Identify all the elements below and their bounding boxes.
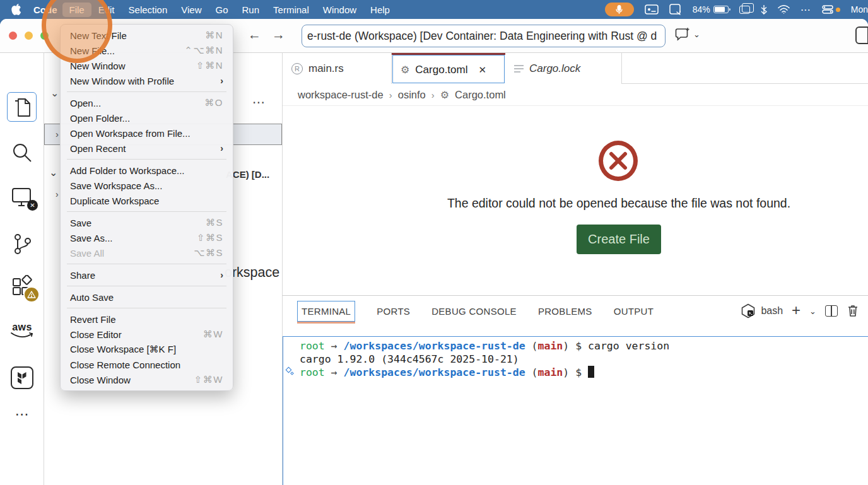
kill-terminal-trash-icon[interactable] — [847, 304, 859, 318]
menubar-app-name[interactable]: Code — [26, 3, 62, 17]
menu-item-auto-save[interactable]: Auto Save — [61, 289, 233, 305]
menu-item-close-workspace[interactable]: Close Workspace [⌘K F] — [61, 342, 233, 357]
tab-debug-console[interactable]: DEBUG CONSOLE — [431, 306, 517, 317]
customize-layout-icon[interactable] — [855, 26, 868, 44]
bash-shell-icon — [741, 303, 756, 318]
tab-problems[interactable]: PROBLEMS — [538, 306, 592, 317]
navigate-forward-button[interactable]: → — [272, 27, 285, 42]
battery-status[interactable]: 84% — [693, 4, 729, 15]
screen-edit-icon[interactable] — [669, 4, 682, 15]
explorer-icon — [11, 97, 33, 120]
menu-item-open-recent[interactable]: Open Recent› — [61, 141, 233, 156]
tab-terminal[interactable]: TERMINAL — [297, 301, 355, 322]
menubar-item-help[interactable]: Help — [363, 3, 397, 17]
maximize-window-button[interactable] — [40, 32, 49, 40]
menu-item-close-window[interactable]: Close Window⇧⌘W — [61, 372, 233, 387]
submenu-arrow-icon: › — [220, 76, 223, 86]
menu-item-duplicate-workspace[interactable]: Duplicate Workspace — [61, 193, 233, 208]
menu-item-new-file[interactable]: New File...⌃⌥⌘N — [61, 43, 233, 58]
menubar-item-terminal[interactable]: Terminal — [266, 3, 316, 17]
rust-file-icon: R — [291, 63, 303, 74]
breadcrumb-item-workspace[interactable]: workspace-rust-de — [298, 89, 384, 101]
tab-output[interactable]: OUTPUT — [614, 306, 654, 317]
sidebar-item-remote-explorer[interactable]: ✕ — [0, 187, 44, 208]
tab-ports[interactable]: PORTS — [377, 306, 410, 317]
panel-header: TERMINAL PORTS DEBUG CONSOLE PROBLEMS OU… — [283, 296, 868, 326]
tab-main-rs[interactable]: R main.rs — [283, 53, 392, 84]
wifi-icon[interactable] — [778, 5, 790, 14]
error-circle-icon — [599, 141, 638, 181]
menubar-item-selection[interactable]: Selection — [122, 3, 175, 17]
sidebar-item-aws[interactable]: aws — [0, 323, 44, 338]
breadcrumb-separator-icon: › — [431, 90, 435, 100]
menu-item-share[interactable]: Share› — [61, 267, 233, 283]
command-decoration-icon[interactable] — [286, 368, 295, 377]
menu-item-new-text-file[interactable]: New Text File⌘N — [61, 28, 233, 43]
menu-item-add-folder-to-workspace[interactable]: Add Folder to Workspace... — [61, 163, 233, 178]
menu-item-save[interactable]: Save⌘S — [61, 215, 233, 230]
create-file-button[interactable]: Create File — [577, 225, 661, 254]
file-menu-dropdown: New Text File⌘N New File...⌃⌥⌘N New Wind… — [60, 24, 233, 391]
menu-item-save-workspace-as[interactable]: Save Workspace As... — [61, 178, 233, 193]
menubar-item-file[interactable]: File — [62, 3, 91, 17]
editor-body: The editor could not be opened because t… — [283, 106, 868, 295]
battery-percent: 84% — [693, 4, 710, 15]
shell-name-label[interactable]: bash — [761, 305, 783, 317]
terraform-icon — [10, 366, 34, 390]
menubar-item-view[interactable]: View — [174, 3, 208, 17]
menubar-clock[interactable]: Mon — [851, 4, 868, 15]
minimize-window-button[interactable] — [25, 32, 33, 40]
terminal-viewport[interactable]: root → /workspaces/workspace-rust-de (ma… — [283, 336, 868, 485]
menu-item-revert-file[interactable]: Revert File — [61, 312, 233, 327]
close-window-button[interactable] — [9, 32, 17, 40]
microphone-indicator-icon[interactable] — [605, 3, 634, 16]
menu-separator — [67, 286, 226, 286]
menu-item-open-folder[interactable]: Open Folder... — [61, 110, 233, 126]
explorer-more-actions-icon[interactable]: ⋯ — [252, 95, 266, 110]
notification-dot — [836, 8, 840, 12]
menu-item-new-window-with-profile[interactable]: New Window with Profile› — [61, 73, 233, 88]
terminal-line: root → /workspaces/workspace-rust-de (ma… — [300, 366, 868, 380]
menubar-item-run[interactable]: Run — [235, 3, 267, 17]
menu-item-close-remote-connection[interactable]: Close Remote Connection — [61, 357, 233, 372]
apple-menu-icon[interactable] — [11, 4, 21, 15]
section-collapse-icon[interactable]: ⌄ — [50, 87, 59, 99]
terminal-profile-chevron-icon[interactable]: ⌄ — [809, 307, 816, 316]
menu-item-open[interactable]: Open...⌘O — [61, 95, 233, 110]
control-center-icon[interactable] — [822, 5, 840, 14]
bluetooth-icon[interactable] — [761, 4, 767, 15]
new-terminal-button[interactable]: + — [792, 301, 801, 319]
tab-close-icon[interactable]: ✕ — [478, 64, 486, 76]
menu-item-new-window[interactable]: New Window⇧⌘N — [61, 58, 233, 73]
menu-item-save-all: Save All⌥⌘S — [61, 245, 233, 260]
workspace-section-collapse-icon[interactable]: ⌄ — [49, 167, 57, 178]
copilot-chat-icon[interactable] — [675, 27, 690, 41]
menubar-item-window[interactable]: Window — [316, 3, 363, 17]
terminal-cursor — [588, 366, 594, 378]
menubar-item-edit[interactable]: Edit — [91, 3, 122, 17]
navigate-back-button[interactable]: ← — [248, 27, 261, 42]
tab-cargo-lock[interactable]: Cargo.lock — [505, 53, 622, 84]
tab-cargo-toml[interactable]: ⚙ Cargo.toml ✕ — [392, 53, 505, 85]
tab-label: Cargo.toml — [415, 64, 467, 76]
sidebar-item-search[interactable] — [0, 141, 44, 164]
command-center-search[interactable]: e-rust-de (Workspace) [Dev Container: Da… — [302, 25, 666, 47]
stage-manager-icon[interactable] — [739, 6, 750, 14]
menu-item-close-editor[interactable]: Close Editor⌘W — [61, 327, 233, 342]
sidebar-item-terraform[interactable] — [0, 366, 44, 390]
menu-item-save-as[interactable]: Save As...⇧⌘S — [61, 230, 233, 245]
menubar-more-icon[interactable]: ⋯ — [801, 4, 811, 16]
tree-expand-icon[interactable]: › — [56, 189, 59, 199]
breadcrumb-item-osinfo[interactable]: osinfo — [398, 89, 426, 101]
menubar-item-go[interactable]: Go — [209, 3, 235, 17]
menu-separator — [67, 91, 226, 92]
split-terminal-icon[interactable] — [825, 305, 838, 317]
copilot-dropdown-chevron-icon[interactable]: ⌄ — [693, 30, 700, 39]
breadcrumb-item-file[interactable]: Cargo.toml — [455, 89, 506, 101]
screen-mirroring-icon[interactable] — [645, 4, 659, 15]
additional-views-icon[interactable]: ⋯ — [0, 406, 44, 423]
sidebar-item-extensions[interactable] — [0, 275, 44, 298]
sidebar-item-explorer[interactable] — [0, 97, 44, 120]
sidebar-item-source-control[interactable] — [0, 232, 44, 256]
menu-item-open-workspace-from-file[interactable]: Open Workspace from File... — [61, 126, 233, 141]
